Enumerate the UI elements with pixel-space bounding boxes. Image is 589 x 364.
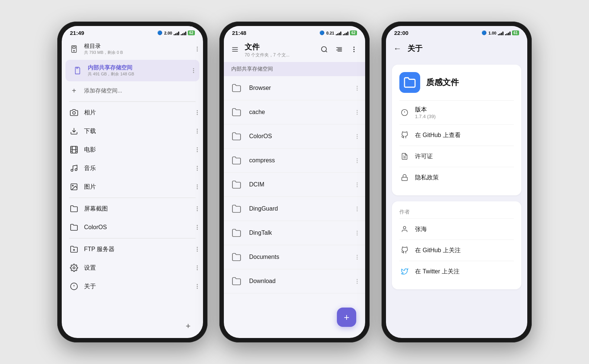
screen-sidebar: 21:49 🔵 2.00	[62, 26, 203, 338]
nav-item-downloads[interactable]: 下载	[62, 122, 203, 140]
svg-point-21	[73, 267, 75, 269]
movies-more[interactable]	[197, 147, 198, 152]
license-icon	[399, 151, 410, 162]
about-row-github[interactable]: 在 GitHub 上查看	[399, 124, 514, 146]
app-logo	[399, 72, 420, 93]
about-row-author-name[interactable]: 张海	[399, 218, 514, 240]
file-more-coloros[interactable]	[355, 133, 359, 140]
nav-item-movies[interactable]: 电影	[62, 140, 203, 159]
status-icons-1: 🔵 2.00 62	[157, 30, 195, 35]
ftp-more[interactable]	[197, 247, 198, 252]
add-bottom-btn[interactable]: +	[181, 319, 196, 334]
download-icon	[69, 126, 79, 136]
nav-item-pictures[interactable]: 图片	[62, 178, 203, 196]
file-name-coloros: ColorOS	[249, 133, 355, 140]
version-icon	[399, 107, 410, 118]
photos-more[interactable]	[197, 110, 198, 115]
more-button[interactable]	[349, 44, 359, 56]
nav-item-root[interactable]: 根目录 共 793 MB，剩余 0 B	[62, 38, 203, 60]
settings-more[interactable]	[197, 266, 198, 270]
phone-2: 21:48 🔵 0.21 62	[219, 22, 370, 342]
file-more-documents[interactable]	[355, 253, 359, 261]
back-button[interactable]: ←	[393, 44, 402, 53]
wifi-signal-1	[174, 31, 179, 35]
sd-card-icon	[73, 66, 83, 75]
privacy-icon	[399, 172, 410, 183]
app-header: 文件 70 个文件夹，7 个文...	[224, 38, 365, 62]
about-row-twitter-follow[interactable]: 在 Twitter 上关注	[399, 261, 514, 282]
status-bar-3: 22:00 🔵 1.00 61	[386, 26, 527, 38]
about-row-github-follow[interactable]: 在 GitHub 上关注	[399, 240, 514, 261]
about-row-privacy[interactable]: 隐私政策	[399, 167, 514, 188]
nav-item-ftp[interactable]: FTP 服务器	[62, 240, 203, 259]
svg-point-2	[74, 50, 75, 51]
root-more[interactable]	[197, 47, 198, 52]
coloros-more[interactable]	[197, 225, 198, 230]
internal-more[interactable]	[193, 68, 194, 73]
file-more-download[interactable]	[355, 277, 359, 285]
folder-icon-dingtalk	[230, 226, 243, 240]
svg-point-35	[354, 49, 354, 50]
screenshots-more[interactable]	[197, 207, 198, 211]
github-follow-label: 在 GitHub 上关注	[415, 247, 461, 254]
file-item-dingguard[interactable]: DingGuard	[224, 197, 365, 221]
file-item-coloros[interactable]: ColorOS	[224, 124, 365, 149]
file-more-cache[interactable]	[355, 108, 359, 116]
privacy-label: 隐私政策	[415, 174, 439, 182]
about-row-version[interactable]: 版本 1.7.4 (39)	[399, 100, 514, 124]
fab-add-button[interactable]: +	[337, 308, 356, 327]
downloads-more[interactable]	[197, 129, 198, 134]
folder-icon-cache	[230, 105, 243, 119]
about-label: 关于	[84, 283, 96, 290]
file-item-cache[interactable]: cache	[224, 100, 365, 124]
file-item-download[interactable]: Download	[224, 269, 365, 293]
nav-item-screenshots[interactable]: 屏幕截图	[62, 199, 203, 218]
about-row-license[interactable]: 许可证	[399, 146, 514, 167]
file-name-documents: Documents	[249, 254, 355, 260]
pictures-more[interactable]	[197, 185, 198, 189]
status-bar-1: 21:49 🔵 2.00	[62, 26, 203, 38]
status-time-3: 22:00	[394, 30, 408, 36]
phone-3: 22:00 🔵 1.00 61 ←	[382, 22, 532, 342]
about-more[interactable]	[197, 284, 198, 289]
file-title-block: 文件 70 个文件夹，7 个文...	[245, 42, 319, 58]
sort-button[interactable]	[334, 44, 344, 56]
nav-item-about[interactable]: 关于	[62, 277, 203, 296]
nav-item-photos[interactable]: 相片	[62, 103, 203, 122]
github-view-label: 在 GitHub 上查看	[415, 131, 461, 139]
music-more[interactable]	[197, 166, 198, 171]
nav-item-settings[interactable]: 设置	[62, 259, 203, 277]
file-item-browser[interactable]: Browser	[224, 76, 365, 100]
battery-text-2: 0.21	[326, 31, 334, 35]
file-name-dingtalk: DingTalk	[249, 230, 355, 236]
file-name-download: Download	[249, 278, 355, 285]
file-more-compress[interactable]	[355, 157, 359, 165]
github-icon-1	[399, 130, 410, 140]
search-button[interactable]	[319, 44, 329, 56]
root-label: 根目录	[84, 43, 184, 50]
about-content: 质感文件 版本 1.7.4 (39)	[386, 59, 527, 338]
file-item-compress[interactable]: compress	[224, 149, 365, 173]
nav-item-internal[interactable]: 内部共享存储空间 共 491 GB，剩余 148 GB	[65, 60, 199, 81]
file-item-documents[interactable]: Documents	[224, 245, 365, 269]
cell-signal-1	[181, 31, 186, 35]
file-more-browser[interactable]	[355, 84, 359, 92]
screen-filelist: 21:48 🔵 0.21 62	[224, 26, 365, 338]
twitter-follow-label: 在 Twitter 上关注	[415, 268, 460, 276]
status-icons-2: 🔵 0.21 62	[319, 30, 357, 35]
photos-label: 相片	[84, 109, 96, 117]
app-display-name: 质感文件	[426, 77, 459, 88]
menu-button[interactable]	[230, 44, 240, 56]
file-more-dingguard[interactable]	[355, 205, 359, 213]
about-icon	[69, 282, 79, 291]
nav-item-music[interactable]: 音乐	[62, 159, 203, 178]
folder-icon-coloros	[230, 130, 243, 143]
file-more-dingtalk[interactable]	[355, 229, 359, 237]
file-name-compress: compress	[249, 157, 355, 164]
file-item-dingtalk[interactable]: DingTalk	[224, 221, 365, 245]
file-item-dcim[interactable]: DCIM	[224, 173, 365, 197]
nav-item-coloros[interactable]: ColorOS	[62, 218, 203, 237]
cell-signal-2	[343, 31, 348, 35]
nav-add-storage[interactable]: + 添加存储空间...	[62, 81, 203, 100]
file-more-dcim[interactable]	[355, 181, 359, 189]
